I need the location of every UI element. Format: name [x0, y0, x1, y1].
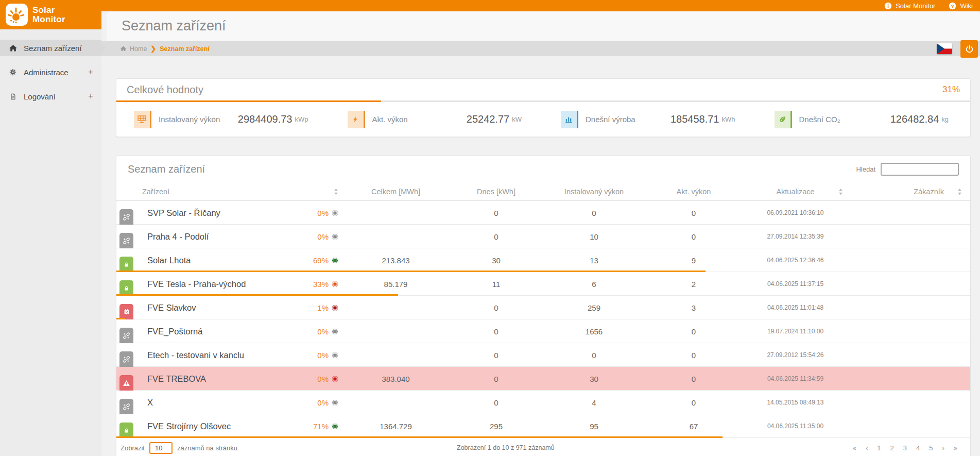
stat-bolt: Akt. výkon25242.77kW	[330, 111, 544, 128]
totals-title: Celkové hodnoty	[127, 84, 203, 96]
dnes-cell: 0	[449, 327, 544, 336]
column-header-dnes[interactable]: Dnes [kWh]	[449, 188, 544, 196]
table-row[interactable]: X0%04014.05.2015 08:49:13	[116, 391, 970, 414]
device-name[interactable]: FVE TREBOVA	[147, 374, 206, 384]
device-percent: 0%	[317, 209, 329, 217]
aktualizace-cell: 27.09.2014 12:35:39	[743, 233, 848, 240]
device-name[interactable]: X	[147, 398, 153, 408]
sidebar-item-seznam-zarizeni[interactable]: Seznam zařízení	[0, 40, 101, 56]
table-row[interactable]: FVE TREBOVA0%383.040030004.06.2025 11:34…	[116, 367, 970, 391]
stat-unit: kWh	[722, 115, 735, 123]
device-name[interactable]: Praha 4 - Podolí	[147, 232, 209, 242]
table-row[interactable]: Solar Lhota69%213.8433013904.06.2025 12:…	[116, 248, 970, 272]
table-row[interactable]: SVP Solar - Říčany0%00006.09.2021 10:36:…	[116, 201, 970, 225]
dnes-cell: 0	[449, 232, 544, 241]
breadcrumb-home[interactable]: Home	[120, 45, 147, 53]
sort-icon[interactable]	[838, 188, 843, 195]
dnes-cell: 11	[449, 280, 544, 289]
column-header-instalovany-vykon[interactable]: Instalovaný výkon	[544, 188, 644, 196]
sidebar-item-logovani[interactable]: Logování +	[0, 88, 101, 105]
table-row[interactable]: Etech - testovani v kanclu0%00027.09.201…	[116, 343, 970, 367]
pagination-item-3[interactable]: 3	[903, 444, 907, 452]
expand-plus-icon[interactable]: +	[88, 67, 93, 77]
celkem-cell: 1364.729	[343, 422, 449, 431]
device-name[interactable]: Solar Lhota	[147, 256, 191, 265]
column-header-akt-vykon[interactable]: Akt. výkon	[644, 188, 743, 196]
breadcrumb: Home ❯ Seznam zařízení	[101, 41, 980, 56]
table-row[interactable]: Praha 4 - Podolí0%010027.09.2014 12:35:3…	[116, 225, 970, 248]
records-info: Zobrazení 1 do 10 z 971 záznamů	[457, 444, 555, 451]
help-icon: ?	[949, 2, 956, 10]
stat-unit: kW	[512, 115, 522, 123]
table-row[interactable]: FVE_Poštorná0%01656019.07.2024 11:10:00	[116, 319, 970, 343]
pagination-item-nav[interactable]: ‹	[866, 444, 868, 452]
aktualizace-cell: 04.06.2025 11:34:59	[743, 375, 848, 382]
search-input[interactable]	[881, 163, 959, 176]
device-name[interactable]: FVE Slavkov	[147, 303, 196, 313]
instalovany-vykon-cell: 95	[544, 422, 644, 431]
app-logo[interactable]: Solar Monitor	[0, 0, 101, 29]
aktualizace-cell: 04.06.2025 11:35:00	[743, 423, 848, 430]
sort-icon[interactable]	[334, 188, 338, 195]
dnes-cell: 0	[449, 398, 544, 407]
pagination: «‹12345›»	[853, 444, 957, 452]
content-area: Seznam zařízení Home ❯ Seznam zařízení C…	[101, 11, 980, 456]
sidebar: Seznam zařízení Administrace + Logování …	[0, 29, 101, 456]
device-name[interactable]: FVE Strojírny Olšovec	[147, 421, 231, 431]
totals-stats-row: Instalovaný výkon2984409.73kWpAkt. výkon…	[116, 102, 970, 137]
device-name[interactable]: FVE Tesla - Praha-východ	[147, 279, 246, 289]
pagination-item-2[interactable]: 2	[890, 444, 893, 452]
column-header-aktualizace[interactable]: Aktualizace	[743, 188, 848, 196]
row-progress-bar	[116, 318, 125, 319]
dnes-cell: 0	[449, 351, 544, 360]
sun-status-icon	[332, 423, 338, 430]
logout-power-button[interactable]	[960, 40, 978, 58]
lock-icon	[119, 423, 133, 438]
instalovany-vykon-cell: 1656	[544, 327, 644, 336]
table-row[interactable]: FVE Tesla - Praha-východ33%85.179116204.…	[116, 272, 970, 296]
aktualizace-cell: 04.06.2025 11:37:15	[743, 280, 848, 288]
device-name[interactable]: Etech - testovani v kanclu	[147, 350, 244, 360]
table-header-row: Zařízení Celkem [MWh] Dnes [kWh] Instalo…	[116, 182, 970, 201]
pagination-item-nav[interactable]: «	[853, 444, 856, 452]
pagination-item-1[interactable]: 1	[877, 444, 881, 452]
pagination-item-4[interactable]: 4	[916, 444, 920, 452]
sidebar-item-label: Seznam zařízení	[24, 44, 82, 53]
totals-card: Celkové hodnoty 31% Instalovaný výkon298…	[116, 78, 971, 137]
topbar-link-wiki[interactable]: ? Wiki	[949, 2, 973, 10]
leaf-icon	[775, 111, 792, 128]
device-cell: SVP Solar - Říčany0%	[116, 201, 343, 225]
akt-vykon-cell: 0	[644, 209, 743, 217]
sun-status-icon	[332, 210, 338, 216]
language-flag-czech[interactable]	[937, 43, 952, 54]
instalovany-vykon-cell: 0	[544, 351, 644, 360]
chevron-right-icon: ❯	[150, 45, 156, 53]
sun-status-icon	[332, 233, 338, 240]
bolt-icon	[348, 111, 365, 128]
column-header-celkem[interactable]: Celkem [MWh]	[343, 188, 449, 196]
lock-icon	[119, 257, 133, 272]
pagination-item-5[interactable]: 5	[929, 444, 933, 452]
device-name[interactable]: FVE_Poštorná	[147, 327, 202, 336]
aktualizace-cell: 19.07.2024 11:10:00	[743, 328, 848, 335]
aktualizace-cell: 06.09.2021 10:36:10	[743, 209, 848, 216]
gear-icon	[8, 68, 18, 76]
column-header-zarizeni[interactable]: Zařízení	[116, 188, 343, 196]
stat-label: Akt. výkon	[372, 115, 408, 124]
sidebar-item-administrace[interactable]: Administrace +	[0, 64, 101, 80]
celkem-cell: 383.040	[343, 375, 449, 383]
stat-unit: kg	[941, 115, 949, 123]
topbar-link-solar-monitor[interactable]: Solar Monitor	[884, 2, 935, 10]
pagination-item-nav[interactable]: »	[954, 444, 957, 452]
column-header-zakaznik[interactable]: Zákazník	[848, 188, 970, 196]
topbar-link-label: Solar Monitor	[896, 2, 935, 10]
sun-status-icon	[332, 352, 338, 359]
pagination-item-nav[interactable]: ›	[942, 444, 944, 452]
sort-icon[interactable]	[957, 188, 962, 195]
table-row[interactable]: FVE Slavkov1%0259304.06.2025 11:01:48	[116, 296, 970, 319]
device-name[interactable]: SVP Solar - Říčany	[147, 208, 220, 218]
page-size-input[interactable]	[149, 442, 173, 454]
table-row[interactable]: FVE Strojírny Olšovec71%1364.72929595670…	[116, 414, 970, 438]
stat-solar-panel: Instalovaný výkon2984409.73kWp	[116, 111, 330, 128]
expand-plus-icon[interactable]: +	[88, 91, 93, 102]
